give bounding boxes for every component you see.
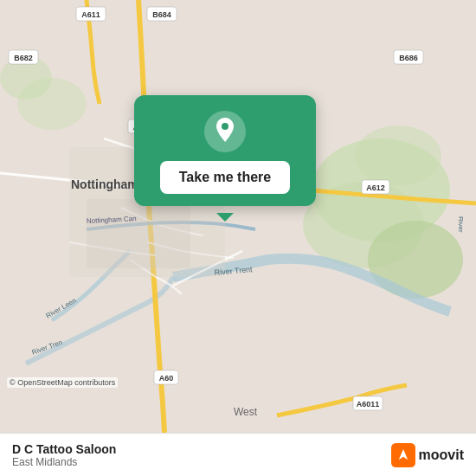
place-name: D C Tattoo Saloon <box>12 442 116 456</box>
map-container[interactable]: A611 B682 B684 B686 A60 A612 A60 A6011 N… <box>0 0 476 433</box>
place-region: East Midlands <box>12 456 116 468</box>
map-attribution: © OpenStreetMap contributors <box>7 377 118 388</box>
svg-rect-8 <box>87 199 190 268</box>
svg-point-4 <box>355 125 441 186</box>
location-icon-container <box>204 111 246 152</box>
moovit-logo: moovit <box>391 443 464 467</box>
svg-text:A60: A60 <box>159 374 174 383</box>
place-info: D C Tattoo Saloon East Midlands <box>12 442 116 468</box>
moovit-icon <box>391 443 415 467</box>
svg-text:A612: A612 <box>366 183 385 192</box>
take-me-there-button[interactable]: Take me there <box>160 161 290 194</box>
svg-text:West: West <box>234 406 258 418</box>
svg-text:B686: B686 <box>399 54 418 62</box>
map-background: A611 B682 B684 B686 A60 A612 A60 A6011 N… <box>0 0 476 433</box>
svg-text:River: River <box>457 216 465 233</box>
svg-point-33 <box>222 123 228 130</box>
svg-text:B684: B684 <box>152 10 171 19</box>
svg-text:Nottingham: Nottingham <box>71 177 138 191</box>
svg-text:A611: A611 <box>81 10 100 19</box>
svg-text:B682: B682 <box>14 54 33 62</box>
moovit-text-label: moovit <box>419 447 464 463</box>
bottom-bar: D C Tattoo Saloon East Midlands moovit <box>0 433 476 476</box>
svg-text:A6011: A6011 <box>357 400 380 408</box>
tooltip-popup: Take me there <box>134 95 316 206</box>
location-pin-icon <box>213 118 237 145</box>
